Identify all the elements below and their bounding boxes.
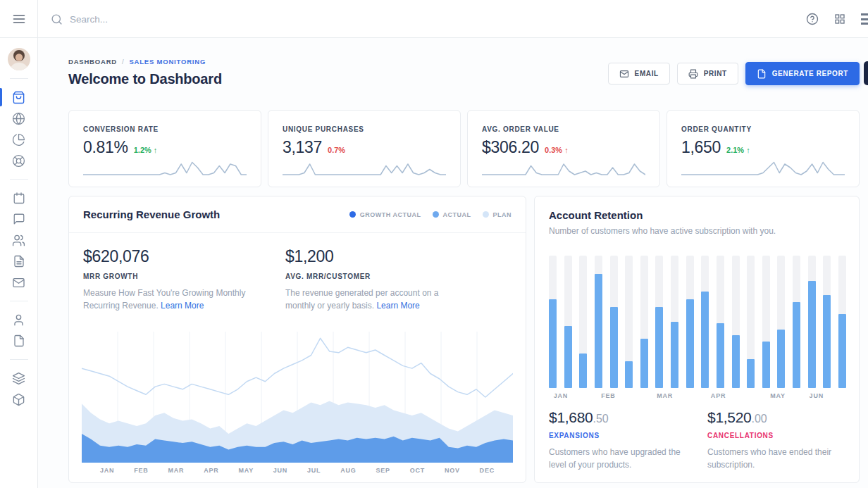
sidebar-item-sales[interactable] xyxy=(0,87,38,108)
stat-card-value: $306.20 xyxy=(482,138,539,157)
hamburger-menu-button[interactable] xyxy=(0,0,38,38)
sidebar-item-layers[interactable] xyxy=(0,368,38,389)
topbar xyxy=(0,0,868,38)
breadcrumb-dashboard[interactable]: DASHBOARD xyxy=(68,58,117,65)
stat-card-label: AVG. ORDER VALUE xyxy=(482,125,645,133)
stat-card-conversion-rate: CONVERSION RATE 0.81% 1.2% ↑ xyxy=(68,110,261,187)
more-icon[interactable] xyxy=(861,13,868,25)
legend-label: GROWTH ACTUAL xyxy=(360,211,421,218)
panel-header: Recurring Revenue Growth GROWTH ACTUAL A… xyxy=(69,196,526,233)
learn-more-link[interactable]: Learn More xyxy=(376,301,419,311)
sparkline-chart xyxy=(83,157,247,178)
avg-mrr-description: The revenue generated per account on a m… xyxy=(285,287,470,312)
stat-card-unique-purchases: UNIQUE PURCHASES 3,137 0.7% xyxy=(268,110,461,187)
cancellations-stat: $1,520.00 CANCELLATIONS Customers who ha… xyxy=(707,409,849,471)
account-retention-panel: Account Retention Number of customers wh… xyxy=(534,196,860,483)
users-icon xyxy=(12,234,25,247)
stat-card-value: 0.81% xyxy=(83,138,128,157)
sidebar-item-globe[interactable] xyxy=(0,108,38,129)
revenue-stats: $620,076 MRR GROWTH Measure How Fast You… xyxy=(83,247,512,312)
stat-card-label: CONVERSION RATE xyxy=(83,125,247,133)
revenue-x-axis: JANFEBMARAPRMAYJUNJULAUGSEPOCTNOVDEC xyxy=(82,467,513,474)
stat-card-label: UNIQUE PURCHASES xyxy=(283,125,446,133)
stat-card-avg-order-value: AVG. ORDER VALUE $306.20 0.3% ↑ xyxy=(467,110,660,187)
generate-report-button-label: GENERATE REPORT xyxy=(772,70,848,77)
sparkline-chart xyxy=(283,157,446,178)
sidebar-item-messages[interactable] xyxy=(0,208,38,230)
expansions-value: $1,680 xyxy=(549,409,593,425)
stat-card-delta: 0.3% ↑ xyxy=(545,146,569,154)
sidebar-divider xyxy=(10,359,28,360)
legend-dot xyxy=(433,211,439,218)
cancellations-label: CANCELLATIONS xyxy=(707,432,849,439)
document-text-icon xyxy=(13,255,25,268)
breadcrumb-separator: / xyxy=(122,58,124,65)
help-button[interactable] xyxy=(806,13,819,25)
expansions-description: Customers who have upgraded the level of… xyxy=(549,446,693,471)
topbar-actions xyxy=(806,0,868,38)
shopping-bag-icon xyxy=(12,91,25,104)
file-icon xyxy=(13,334,25,347)
retention-bar-chart xyxy=(549,256,846,388)
sidebar-item-files[interactable] xyxy=(0,330,38,351)
mail-icon xyxy=(12,276,25,289)
stat-card-delta: 1.2% ↑ xyxy=(134,146,158,154)
print-button[interactable]: PRINT xyxy=(677,63,738,85)
legend-label: ACTUAL xyxy=(443,211,471,218)
user-avatar[interactable] xyxy=(8,48,30,70)
sidebar-item-support[interactable] xyxy=(0,150,38,171)
revenue-area-chart xyxy=(82,332,513,463)
search-bar xyxy=(51,0,295,38)
sidebar-divider xyxy=(10,301,28,301)
generate-report-button[interactable]: GENERATE REPORT xyxy=(745,62,860,85)
stat-card-value: 1,650 xyxy=(681,138,721,157)
legend-dot xyxy=(349,211,356,218)
legend-dot xyxy=(483,211,489,218)
main-content: DASHBOARD / SALES MONITORING Welcome to … xyxy=(38,38,868,488)
cut-off-edge-button[interactable] xyxy=(864,61,868,85)
globe-icon xyxy=(12,112,25,125)
stat-card-order-quantity: ORDER QUANTITY 1,650 2.1% ↑ xyxy=(666,110,860,187)
pie-chart-icon xyxy=(12,133,25,146)
legend-item-actual[interactable]: ACTUAL xyxy=(433,211,471,218)
stat-card-delta: 0.7% xyxy=(328,146,345,154)
chat-icon xyxy=(13,213,25,225)
sparkline-chart xyxy=(681,157,845,178)
header-actions: EMAIL PRINT GENERATE REPORT xyxy=(608,62,860,85)
search-icon xyxy=(51,13,63,25)
sidebar-item-customers[interactable] xyxy=(0,230,38,251)
help-icon xyxy=(806,13,819,25)
user-icon xyxy=(12,313,25,327)
cancellations-value: $1,520 xyxy=(707,409,751,425)
sidebar-item-profile[interactable] xyxy=(0,309,38,330)
calendar-icon xyxy=(13,192,25,204)
search-input[interactable] xyxy=(70,14,295,25)
sidebar-item-analytics[interactable] xyxy=(0,129,38,150)
learn-more-link[interactable]: Learn More xyxy=(161,301,204,311)
mrr-growth-stat: $620,076 MRR GROWTH Measure How Fast You… xyxy=(83,247,271,312)
sidebar-item-mail[interactable] xyxy=(0,272,38,293)
chart-legend: GROWTH ACTUAL ACTUAL PLAN xyxy=(349,211,512,218)
breadcrumb-sales-monitoring[interactable]: SALES MONITORING xyxy=(129,58,206,65)
expansions-stat: $1,680.50 EXPANSIONS Customers who have … xyxy=(549,409,707,471)
panel-title: Recurring Revenue Growth xyxy=(83,208,220,220)
page-title: Welcome to Dashboard xyxy=(68,71,222,87)
apps-grid-button[interactable] xyxy=(834,13,845,25)
email-button-label: EMAIL xyxy=(635,70,659,77)
stat-card-row: CONVERSION RATE 0.81% 1.2% ↑ UNIQUE PURC… xyxy=(68,110,860,187)
dashboard-app: DASHBOARD / SALES MONITORING Welcome to … xyxy=(0,0,868,488)
sidebar-item-products[interactable] xyxy=(0,389,38,410)
legend-item-plan[interactable]: PLAN xyxy=(483,211,512,218)
sparkline-chart xyxy=(482,157,645,178)
cancellations-description: Customers who have ended their subscript… xyxy=(707,446,849,471)
retention-stats: $1,680.50 EXPANSIONS Customers who have … xyxy=(549,409,849,471)
sidebar-item-calendar[interactable] xyxy=(0,187,38,208)
file-icon xyxy=(757,69,767,79)
legend-item-growth-actual[interactable]: GROWTH ACTUAL xyxy=(349,211,421,218)
retention-x-axis: JANFEBMARAPRMAYJUN xyxy=(549,392,846,401)
lifebuoy-icon xyxy=(12,154,25,168)
email-button[interactable]: EMAIL xyxy=(608,63,670,85)
cube-icon xyxy=(12,393,25,406)
sidebar-item-reports[interactable] xyxy=(0,251,38,272)
mrr-growth-label: MRR GROWTH xyxy=(83,273,271,280)
